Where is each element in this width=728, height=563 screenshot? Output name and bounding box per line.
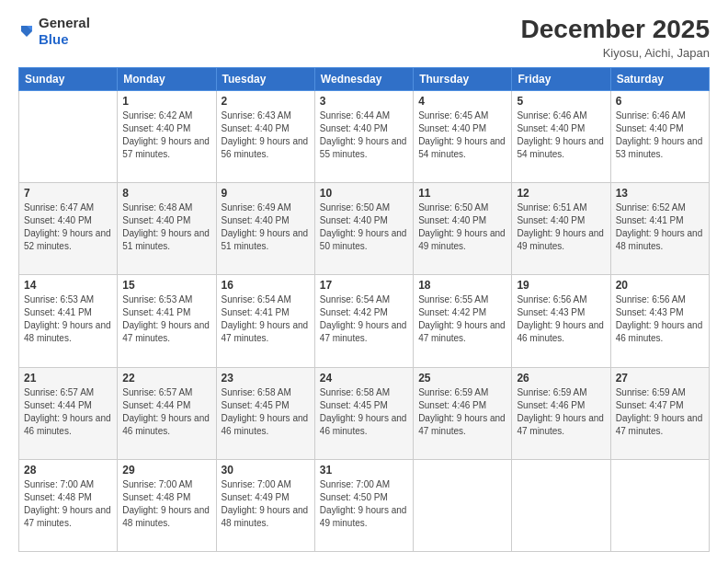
day-cell: 1Sunrise: 6:42 AMSunset: 4:40 PMDaylight… bbox=[118, 91, 216, 183]
day-number: 21 bbox=[24, 372, 112, 385]
day-cell: 16Sunrise: 6:54 AMSunset: 4:41 PMDayligh… bbox=[216, 275, 314, 367]
cell-content: Sunrise: 6:58 AMSunset: 4:45 PMDaylight:… bbox=[320, 386, 408, 438]
day-cell: 4Sunrise: 6:45 AMSunset: 4:40 PMDaylight… bbox=[414, 91, 512, 183]
day-number: 11 bbox=[418, 187, 506, 200]
logo-blue: Blue bbox=[39, 31, 69, 47]
cell-content: Sunrise: 6:48 AMSunset: 4:40 PMDaylight:… bbox=[122, 201, 210, 253]
cell-content: Sunrise: 6:54 AMSunset: 4:41 PMDaylight:… bbox=[222, 293, 310, 345]
cell-content: Sunrise: 7:00 AMSunset: 4:48 PMDaylight:… bbox=[24, 478, 112, 530]
cell-content: Sunrise: 6:53 AMSunset: 4:41 PMDaylight:… bbox=[24, 293, 112, 345]
cell-content: Sunrise: 6:52 AMSunset: 4:41 PMDaylight:… bbox=[616, 201, 704, 253]
day-number: 25 bbox=[418, 372, 506, 385]
cell-content: Sunrise: 6:46 AMSunset: 4:40 PMDaylight:… bbox=[517, 109, 605, 161]
cell-content: Sunrise: 6:56 AMSunset: 4:43 PMDaylight:… bbox=[517, 293, 605, 345]
logo-icon bbox=[18, 23, 35, 40]
cell-content: Sunrise: 6:50 AMSunset: 4:40 PMDaylight:… bbox=[320, 201, 408, 253]
day-number: 18 bbox=[418, 279, 506, 292]
logo-general: General bbox=[39, 15, 90, 30]
day-cell: 31Sunrise: 7:00 AMSunset: 4:50 PMDayligh… bbox=[314, 459, 413, 551]
cell-content: Sunrise: 6:51 AMSunset: 4:40 PMDaylight:… bbox=[517, 201, 605, 253]
day-cell: 28Sunrise: 7:00 AMSunset: 4:48 PMDayligh… bbox=[19, 459, 118, 551]
header-row: SundayMondayTuesdayWednesdayThursdayFrid… bbox=[19, 68, 710, 91]
col-header-monday: Monday bbox=[118, 68, 216, 91]
day-number: 1 bbox=[122, 95, 210, 108]
day-number: 7 bbox=[24, 187, 112, 200]
cell-content: Sunrise: 7:00 AMSunset: 4:48 PMDaylight:… bbox=[122, 478, 210, 530]
day-cell: 24Sunrise: 6:58 AMSunset: 4:45 PMDayligh… bbox=[314, 367, 413, 459]
cell-content: Sunrise: 6:57 AMSunset: 4:44 PMDaylight:… bbox=[122, 386, 210, 438]
col-header-saturday: Saturday bbox=[610, 68, 709, 91]
day-number: 2 bbox=[222, 95, 310, 108]
calendar-table: SundayMondayTuesdayWednesdayThursdayFrid… bbox=[18, 67, 710, 552]
cell-content: Sunrise: 6:59 AMSunset: 4:47 PMDaylight:… bbox=[616, 386, 704, 438]
day-cell: 26Sunrise: 6:59 AMSunset: 4:46 PMDayligh… bbox=[512, 367, 610, 459]
day-cell: 17Sunrise: 6:54 AMSunset: 4:42 PMDayligh… bbox=[314, 275, 413, 367]
cell-content: Sunrise: 6:56 AMSunset: 4:43 PMDaylight:… bbox=[616, 293, 704, 345]
day-cell bbox=[512, 459, 610, 551]
day-cell: 6Sunrise: 6:46 AMSunset: 4:40 PMDaylight… bbox=[610, 91, 709, 183]
day-number: 30 bbox=[222, 464, 310, 477]
day-cell: 12Sunrise: 6:51 AMSunset: 4:40 PMDayligh… bbox=[512, 183, 610, 275]
day-cell bbox=[414, 459, 512, 551]
day-cell: 10Sunrise: 6:50 AMSunset: 4:40 PMDayligh… bbox=[314, 183, 413, 275]
day-cell: 2Sunrise: 6:43 AMSunset: 4:40 PMDaylight… bbox=[216, 91, 314, 183]
cell-content: Sunrise: 6:59 AMSunset: 4:46 PMDaylight:… bbox=[517, 386, 605, 438]
day-cell: 23Sunrise: 6:58 AMSunset: 4:45 PMDayligh… bbox=[216, 367, 314, 459]
day-number: 27 bbox=[616, 372, 704, 385]
day-cell bbox=[19, 91, 118, 183]
month-title: December 2025 bbox=[521, 15, 710, 44]
day-cell: 15Sunrise: 6:53 AMSunset: 4:41 PMDayligh… bbox=[118, 275, 216, 367]
logo-text: General Blue bbox=[39, 15, 90, 48]
day-number: 22 bbox=[122, 372, 210, 385]
logo: General Blue bbox=[18, 15, 90, 48]
week-row-0: 1Sunrise: 6:42 AMSunset: 4:40 PMDaylight… bbox=[19, 91, 710, 183]
cell-content: Sunrise: 6:42 AMSunset: 4:40 PMDaylight:… bbox=[122, 109, 210, 161]
week-row-4: 28Sunrise: 7:00 AMSunset: 4:48 PMDayligh… bbox=[19, 459, 710, 551]
day-cell: 27Sunrise: 6:59 AMSunset: 4:47 PMDayligh… bbox=[610, 367, 709, 459]
day-number: 12 bbox=[517, 187, 605, 200]
day-cell: 18Sunrise: 6:55 AMSunset: 4:42 PMDayligh… bbox=[414, 275, 512, 367]
cell-content: Sunrise: 6:59 AMSunset: 4:46 PMDaylight:… bbox=[418, 386, 506, 438]
day-number: 16 bbox=[222, 279, 310, 292]
day-cell: 25Sunrise: 6:59 AMSunset: 4:46 PMDayligh… bbox=[414, 367, 512, 459]
day-number: 29 bbox=[122, 464, 210, 477]
cell-content: Sunrise: 6:50 AMSunset: 4:40 PMDaylight:… bbox=[418, 201, 506, 253]
day-cell: 19Sunrise: 6:56 AMSunset: 4:43 PMDayligh… bbox=[512, 275, 610, 367]
day-number: 9 bbox=[222, 187, 310, 200]
location: Kiyosu, Aichi, Japan bbox=[521, 46, 710, 60]
day-number: 14 bbox=[24, 279, 112, 292]
col-header-friday: Friday bbox=[512, 68, 610, 91]
day-number: 5 bbox=[517, 95, 605, 108]
day-cell: 13Sunrise: 6:52 AMSunset: 4:41 PMDayligh… bbox=[610, 183, 709, 275]
day-number: 3 bbox=[320, 95, 408, 108]
day-number: 10 bbox=[320, 187, 408, 200]
day-number: 8 bbox=[122, 187, 210, 200]
day-number: 24 bbox=[320, 372, 408, 385]
page: General Blue December 2025 Kiyosu, Aichi… bbox=[0, 0, 728, 563]
day-cell: 20Sunrise: 6:56 AMSunset: 4:43 PMDayligh… bbox=[610, 275, 709, 367]
cell-content: Sunrise: 6:49 AMSunset: 4:40 PMDaylight:… bbox=[222, 201, 310, 253]
cell-content: Sunrise: 6:43 AMSunset: 4:40 PMDaylight:… bbox=[222, 109, 310, 161]
col-header-tuesday: Tuesday bbox=[216, 68, 314, 91]
cell-content: Sunrise: 6:55 AMSunset: 4:42 PMDaylight:… bbox=[418, 293, 506, 345]
day-number: 20 bbox=[616, 279, 704, 292]
cell-content: Sunrise: 7:00 AMSunset: 4:50 PMDaylight:… bbox=[320, 478, 408, 530]
header: General Blue December 2025 Kiyosu, Aichi… bbox=[18, 15, 710, 60]
cell-content: Sunrise: 6:44 AMSunset: 4:40 PMDaylight:… bbox=[320, 109, 408, 161]
cell-content: Sunrise: 6:53 AMSunset: 4:41 PMDaylight:… bbox=[122, 293, 210, 345]
day-number: 19 bbox=[517, 279, 605, 292]
day-cell: 29Sunrise: 7:00 AMSunset: 4:48 PMDayligh… bbox=[118, 459, 216, 551]
day-cell: 14Sunrise: 6:53 AMSunset: 4:41 PMDayligh… bbox=[19, 275, 118, 367]
day-number: 6 bbox=[616, 95, 704, 108]
week-row-1: 7Sunrise: 6:47 AMSunset: 4:40 PMDaylight… bbox=[19, 183, 710, 275]
day-number: 15 bbox=[122, 279, 210, 292]
day-cell: 7Sunrise: 6:47 AMSunset: 4:40 PMDaylight… bbox=[19, 183, 118, 275]
day-cell: 8Sunrise: 6:48 AMSunset: 4:40 PMDaylight… bbox=[118, 183, 216, 275]
day-cell: 3Sunrise: 6:44 AMSunset: 4:40 PMDaylight… bbox=[314, 91, 413, 183]
day-number: 31 bbox=[320, 464, 408, 477]
week-row-3: 21Sunrise: 6:57 AMSunset: 4:44 PMDayligh… bbox=[19, 367, 710, 459]
title-block: December 2025 Kiyosu, Aichi, Japan bbox=[521, 15, 710, 60]
day-number: 4 bbox=[418, 95, 506, 108]
day-cell: 21Sunrise: 6:57 AMSunset: 4:44 PMDayligh… bbox=[19, 367, 118, 459]
col-header-sunday: Sunday bbox=[19, 68, 118, 91]
